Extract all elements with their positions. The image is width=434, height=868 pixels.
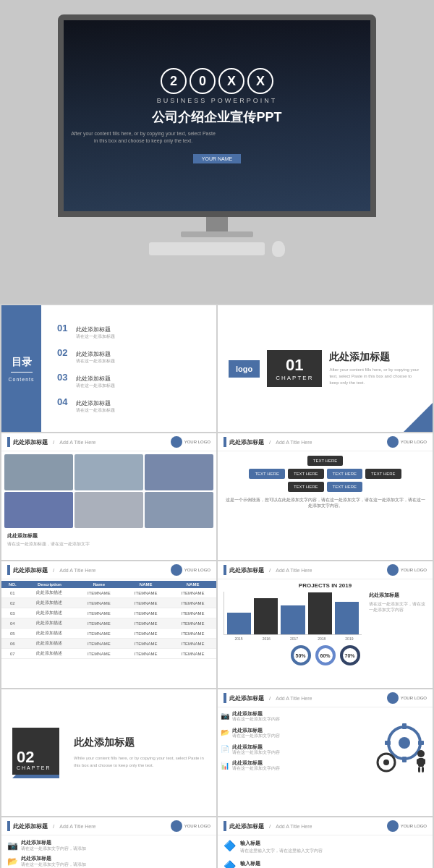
col-desc: Description (24, 581, 76, 588)
bottom2-header-title: 此处添加标题 (229, 822, 264, 830)
table-row: 04此处添加描述ITEMNAMEITEMNAMEITEMNAME (1, 618, 216, 629)
slide-chapter01: logo 01 CHAPTER 此处添加标题 After your conten… (218, 305, 433, 432)
table-row: 07此处添加描述ITEMNAMEITEMNAMEITEMNAME (1, 649, 216, 659)
bottom1-content: 📷 此处添加标题 请在这一处添加文字内容，请添加 📂 此处添加标题 请在这一处添… (1, 835, 216, 868)
contents-en: Contents (8, 377, 34, 382)
chapter02-word: CHAPTER (17, 765, 55, 770)
blue-bar-4 (224, 565, 226, 575)
contents-cn: 目录 (12, 356, 32, 369)
chart-logo: YOUR LOGO (387, 564, 427, 576)
text-box-6: TEXT HERE (288, 482, 324, 492)
svg-rect-2 (402, 723, 407, 729)
photo-1 (4, 454, 73, 490)
b1-icon-2: 📂 (7, 856, 18, 867)
photos-header-subtitle: Add A Title Here (59, 440, 95, 445)
b1-item-2: 📂 此处添加标题 请在这一处添加文字内容，请添加 (7, 856, 210, 867)
your-logo-text: YOUR LOGO (184, 440, 210, 444)
gear-list: 📷 此处添加标题 请在这一处添加文字内容 📂 此处添加标题 请在这一处添加文字内… (221, 710, 367, 783)
photo-4 (4, 492, 73, 528)
photos-header-title: 此处添加标题 (13, 438, 48, 446)
chart-stat-desc: 请在这一处添加文字，请在这一处添加文字内容 (369, 602, 427, 613)
year-display: 2 0 X X (71, 68, 363, 94)
textboxes-desc: 这是一个示例段落，您可以在此处添加文字内容，请在这一处添加文字，请在这一处添加文… (218, 496, 433, 510)
triangle-deco (404, 403, 433, 432)
gear-item-1: 📷 此处添加标题 请在这一处添加文字内容 (221, 710, 367, 723)
chapter02-desc: While your content fills here, or by cop… (74, 755, 205, 769)
table-header-title: 此处添加标题 (13, 566, 48, 574)
gear-header: 此处添加标题 / Add A Title Here YOUR LOGO (218, 689, 433, 707)
b2-icon-1: 🔷 (224, 840, 236, 851)
svg-point-7 (383, 760, 389, 765)
photo-5 (75, 492, 143, 528)
item-main-2: 此处添加标题 (76, 350, 115, 358)
bottom2-header-subtitle: Add A Title Here (276, 824, 312, 829)
chapter02-box: 02 CHAPTER (12, 728, 59, 775)
textboxes-logo: YOUR LOGO (387, 436, 427, 448)
chapter01-title: 此处添加标题 (329, 351, 422, 364)
b2-label-2: 输入标题 (240, 860, 323, 867)
contents-divider (11, 372, 33, 373)
logo-circle-6 (171, 820, 182, 832)
circle-stat-1: 50% (291, 645, 311, 665)
mouse (272, 241, 285, 257)
slide-gear: 此处添加标题 / Add A Title Here YOUR LOGO 📷 此处… (218, 689, 433, 816)
chart-stat-label: 此处添加标题 (369, 592, 427, 599)
bar-3 (281, 605, 305, 634)
photo-3 (145, 454, 213, 490)
chart-title: PROJECTS IN 2019 (224, 582, 427, 589)
list-item: 02 此处添加标题 请在这一处添加标题 (57, 347, 208, 365)
svg-rect-11 (422, 759, 425, 765)
table-logo: YOUR LOGO (171, 564, 210, 576)
monitor-stand (206, 217, 228, 231)
b1-icon-1: 📷 (7, 841, 18, 851)
item-main-4: 此处添加标题 (76, 399, 115, 407)
gear-visual (372, 710, 430, 783)
logo-box: logo (229, 360, 260, 378)
table-row: 06此处添加描述ITEMNAMEITEMNAMEITEMNAME (1, 639, 216, 649)
col-name2: NAME (122, 581, 169, 588)
slide-photos: 此处添加标题 / Add A Title Here YOUR LOGO 此处添加… (1, 433, 216, 560)
table-row: 01此处添加描述ITEMNAMEITEMNAMEITEMNAME (1, 588, 216, 598)
text-box-5: TEXT HERE (365, 469, 401, 479)
b2-row-1: 🔷 输入标题 请在这里输入文字，请在这里输入文字内容 (224, 840, 427, 854)
textboxes-header-subtitle: Add A Title Here (276, 440, 312, 445)
contents-items: 01 此处添加标题 请在这一处添加标题 02 此处添加标题 请在这一处添加标题 … (57, 314, 208, 414)
hero-title: 公司介绍企业宣传PPT (71, 109, 363, 126)
textboxes-logo-text: YOUR LOGO (401, 440, 427, 444)
photos-grid (1, 451, 216, 531)
text-box-4: TEXT HERE (327, 469, 363, 479)
list-item: 01 此处添加标题 请在这一处添加标题 (57, 323, 208, 340)
slide-bottom1: 此处添加标题 / Add A Title Here YOUR LOGO 📷 此处… (1, 817, 216, 868)
year-digit-2: 2 (161, 68, 187, 94)
item-main-1: 此处添加标题 (76, 326, 115, 333)
logo-circle-2 (387, 436, 399, 448)
blue-bar-2 (224, 437, 226, 447)
gear-svg (372, 710, 430, 783)
your-name-button[interactable]: YOUR NAME (193, 154, 241, 163)
slide-chapter02: 02 CHAPTER 此处添加标题 While your content fil… (1, 689, 216, 816)
item-sub-3: 请在这一处添加标题 (76, 383, 115, 389)
blue-bar-3 (7, 565, 10, 575)
bottom1-header: 此处添加标题 / Add A Title Here YOUR LOGO (1, 817, 216, 835)
b2-icon-2: 🔷 (224, 860, 236, 868)
logo-circle-5 (387, 692, 399, 704)
col-name3: NAME (169, 581, 216, 588)
b2-value-1: 请在这里输入文字，请在这里输入文字内容 (240, 848, 323, 854)
circle-ring-2: 60% (315, 645, 336, 665)
item-sub-2: 请在这一处添加标题 (76, 358, 115, 365)
slide-chart: 此处添加标题 / Add A Title Here YOUR LOGO PROJ… (218, 561, 433, 688)
gear-area: 📷 此处添加标题 请在这一处添加文字内容 📂 此处添加标题 请在这一处添加文字内… (218, 707, 433, 786)
slide-bottom2: 此处添加标题 / Add A Title Here YOUR LOGO 🔷 输入… (218, 817, 433, 868)
blue-bar-6 (7, 821, 10, 831)
bar-1 (227, 613, 251, 634)
textboxes-header: 此处添加标题 / Add A Title Here YOUR LOGO (218, 433, 433, 451)
header-sep: / (53, 439, 54, 446)
bottom2-content: 🔷 输入标题 请在这里输入文字，请在这里输入文字内容 🔷 输入标题 请在这里输入… (218, 835, 433, 868)
table-row: 05此处添加描述ITEMNAMEITEMNAMEITEMNAME (1, 629, 216, 639)
table-header-subtitle: Add A Title Here (59, 568, 95, 573)
table-row: 03此处添加描述ITEMNAMEITEMNAMEITEMNAME (1, 608, 216, 618)
bottom1-header-subtitle: Add A Title Here (59, 824, 95, 829)
slide-table: 此处添加标题 / Add A Title Here YOUR LOGO NO. … (1, 561, 216, 688)
contents-sidebar: 目录 Contents (1, 305, 41, 432)
col-name1: Name (75, 581, 122, 588)
